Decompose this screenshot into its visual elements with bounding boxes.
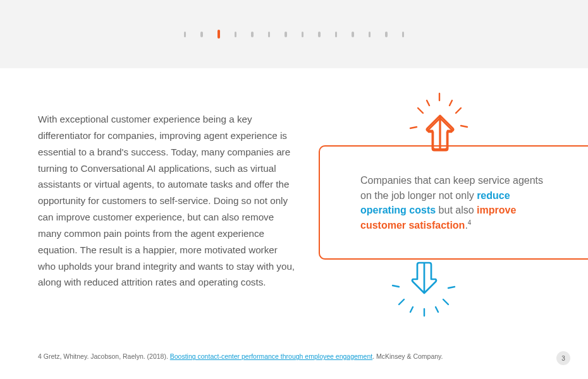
svg-line-11 <box>448 287 455 288</box>
page-tick <box>184 32 187 37</box>
page-tick <box>302 32 304 37</box>
page-tick <box>200 32 203 37</box>
footnote-suffix: . McKinsey & Company. <box>372 352 443 360</box>
page-tick <box>385 32 388 37</box>
svg-line-7 <box>399 299 404 304</box>
footnote-authors: Gretz, Whitney. Jacobson, Raelyn. (2018)… <box>42 352 170 360</box>
callout-box: Companies that can keep service agents o… <box>319 145 588 260</box>
page-number-badge: 3 <box>556 351 570 365</box>
svg-line-8 <box>443 299 448 304</box>
body-paragraph: With exceptional customer experience bei… <box>38 111 297 291</box>
arrow-down-icon <box>385 255 464 325</box>
footnote-link[interactable]: Boosting contact-center performance thro… <box>170 352 372 360</box>
page-tick <box>402 32 405 37</box>
svg-line-6 <box>450 100 452 105</box>
callout-mid: but also <box>436 205 477 215</box>
page-tick <box>369 32 371 37</box>
footnote: 4 Gretz, Whitney. Jacobson, Raelyn. (201… <box>38 352 443 360</box>
svg-line-0 <box>418 108 423 113</box>
callout-container: Companies that can keep service agents o… <box>319 93 588 359</box>
page-tick <box>318 32 321 37</box>
svg-line-13 <box>436 307 438 312</box>
page-tick <box>285 32 287 37</box>
page-tick <box>268 32 271 37</box>
page-tick <box>335 32 338 37</box>
page-tick-active <box>217 30 220 39</box>
callout-text: Companies that can keep service agents o… <box>360 173 553 233</box>
header-band <box>0 0 588 68</box>
svg-line-3 <box>410 127 417 128</box>
page-tick <box>235 32 237 37</box>
svg-line-5 <box>427 100 429 105</box>
callout-before: Companies that can keep service agents o… <box>360 175 543 201</box>
page-tick <box>251 32 254 37</box>
page-tick <box>352 32 354 37</box>
svg-line-12 <box>410 307 413 312</box>
callout-footnote-ref: 4 <box>468 219 472 226</box>
page-number: 3 <box>561 355 565 362</box>
svg-line-10 <box>393 286 399 287</box>
svg-line-1 <box>456 108 461 113</box>
svg-line-4 <box>461 126 467 127</box>
pagination-indicator <box>184 30 405 39</box>
